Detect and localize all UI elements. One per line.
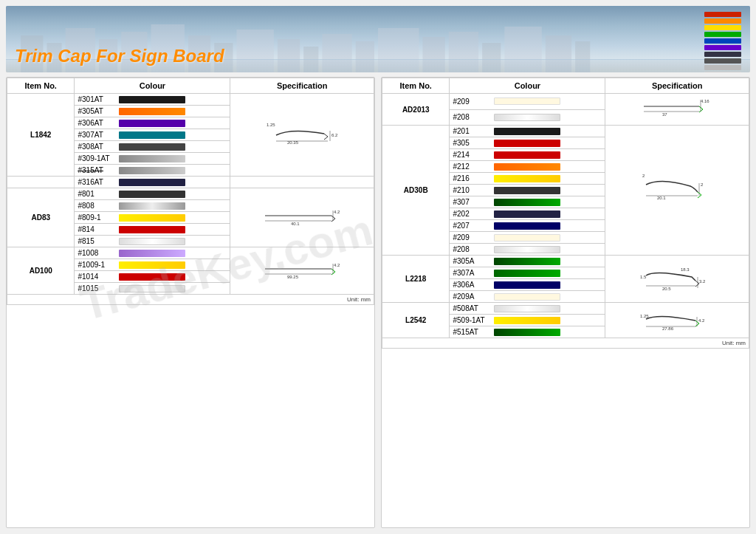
colour-cell: #309-1AT bbox=[75, 153, 230, 165]
colour-cell: #216 bbox=[450, 173, 605, 185]
svg-text:4.2: 4.2 bbox=[334, 210, 340, 214]
colour-cell: #208 bbox=[450, 109, 605, 126]
colour-cell: #306A bbox=[450, 279, 605, 291]
header-banner: Trim Cap For Sign Board bbox=[6, 6, 750, 72]
strip-white bbox=[704, 72, 741, 72]
item-L2218: L2218 bbox=[382, 256, 450, 303]
table-row: #316AT bbox=[7, 177, 374, 188]
strip-blue bbox=[704, 38, 741, 44]
table-row: AD83 #801 40.1 4.2 bbox=[7, 188, 374, 200]
svg-text:4.16: 4.16 bbox=[701, 99, 709, 103]
colour-cell: #207 bbox=[450, 220, 605, 232]
right-table: Item No. Colour Specification AD2013 #20… bbox=[382, 78, 749, 349]
spec-L2542: 27.86 1.25 4.2 bbox=[605, 303, 749, 338]
spec-diagram-AD100: 99.25 4.2 bbox=[261, 258, 343, 284]
colour-cell: #316AT bbox=[75, 177, 230, 188]
colour-cell: #1008 bbox=[75, 247, 230, 259]
strip-darkblue bbox=[704, 52, 741, 57]
colour-cell: #306AT bbox=[75, 117, 230, 129]
colour-cell: #315AT bbox=[75, 165, 230, 177]
left-col-colour: Colour bbox=[75, 78, 230, 94]
svg-text:1.25: 1.25 bbox=[267, 123, 275, 127]
unit-row-right: Unit: mm bbox=[382, 338, 749, 349]
strip-gray bbox=[704, 58, 741, 64]
svg-text:2: 2 bbox=[701, 182, 704, 187]
spec-diagram-L2542: 27.86 1.25 4.2 bbox=[640, 306, 714, 335]
table-row: AD30B #201 20.1 2 bbox=[382, 126, 749, 137]
colour-cell: #307 bbox=[450, 196, 605, 208]
spec-AD30B: 20.1 2 2 bbox=[605, 126, 749, 256]
page-wrapper: Trim Cap For Sign Board Item No. Colou bbox=[0, 0, 756, 534]
svg-text:2: 2 bbox=[642, 174, 645, 178]
table-row: L1842 #301AT 1.25 20.35 bbox=[7, 94, 374, 106]
item-AD2013: AD2013 bbox=[382, 94, 450, 126]
colour-cell: #801 bbox=[75, 188, 230, 200]
spec-diagram-AD2013: 37 4.16 bbox=[640, 95, 714, 123]
svg-text:37: 37 bbox=[662, 112, 667, 117]
colour-cell: #809-1 bbox=[75, 212, 230, 224]
colour-cell: #308AT bbox=[75, 141, 230, 153]
left-col-itemno: Item No. bbox=[7, 78, 75, 94]
strip-green bbox=[704, 32, 741, 37]
svg-text:4.2: 4.2 bbox=[698, 318, 705, 323]
spec-316AT bbox=[230, 177, 374, 188]
right-table-panel: Item No. Colour Specification AD2013 #20… bbox=[381, 77, 750, 528]
colour-cell: #301AT bbox=[75, 94, 230, 106]
colour-cell: #202 bbox=[450, 208, 605, 220]
content-area: Item No. Colour Specification L1842 #301… bbox=[6, 77, 750, 528]
strip-red bbox=[704, 12, 741, 17]
item-316AT bbox=[7, 177, 75, 188]
unit-label-right: Unit: mm bbox=[382, 338, 749, 349]
spec-L1842: 1.25 20.35 6.2 bbox=[230, 94, 374, 177]
item-AD30B: AD30B bbox=[382, 126, 450, 256]
colour-cell: #209 bbox=[450, 94, 605, 110]
color-strips-decoration bbox=[704, 12, 741, 72]
spec-diagram-AD30B: 20.1 2 2 bbox=[639, 170, 716, 210]
spec-L2218: 20.5 1.5 3.2 18.3 bbox=[605, 256, 749, 303]
left-col-spec: Specification bbox=[230, 78, 374, 94]
left-table-panel: Item No. Colour Specification L1842 #301… bbox=[6, 77, 375, 528]
right-col-spec: Specification bbox=[605, 78, 749, 94]
item-AD100: AD100 bbox=[7, 247, 75, 295]
colour-cell: #208 bbox=[450, 244, 605, 256]
colour-cell: #305AT bbox=[75, 106, 230, 117]
colour-cell: #212 bbox=[450, 161, 605, 173]
strip-purple bbox=[704, 45, 741, 50]
spec-AD2013: 37 4.16 bbox=[605, 94, 749, 126]
colour-cell: #307A bbox=[450, 267, 605, 279]
svg-text:27.86: 27.86 bbox=[662, 326, 674, 331]
colour-cell: #210 bbox=[450, 185, 605, 196]
svg-text:1.25: 1.25 bbox=[640, 314, 649, 318]
spec-diagram-L1842: 1.25 20.35 6.2 bbox=[265, 120, 339, 150]
left-table: Item No. Colour Specification L1842 #301… bbox=[7, 78, 374, 305]
svg-text:4.2: 4.2 bbox=[334, 263, 340, 267]
page-title: Trim Cap For Sign Board bbox=[15, 46, 224, 66]
colour-cell: #1014 bbox=[75, 271, 230, 283]
colour-cell: #1015 bbox=[75, 283, 230, 295]
right-col-colour: Colour bbox=[450, 78, 605, 94]
colour-cell: #508AT bbox=[450, 303, 605, 315]
colour-cell: #201 bbox=[450, 126, 605, 137]
table-row: L2542 #508AT 27.86 1.25 bbox=[382, 303, 749, 315]
item-L2542: L2542 bbox=[382, 303, 450, 338]
colour-cell: #808 bbox=[75, 200, 230, 212]
svg-text:20.5: 20.5 bbox=[662, 287, 671, 291]
colour-cell: #815 bbox=[75, 236, 230, 247]
colour-cell: #209A bbox=[450, 291, 605, 303]
table-row: AD2013 #209 37 4.16 bbox=[382, 94, 749, 110]
spec-AD83: 40.1 4.2 bbox=[230, 188, 374, 247]
svg-text:18.3: 18.3 bbox=[681, 267, 690, 272]
svg-text:20.1: 20.1 bbox=[657, 196, 666, 200]
table-row: AD100 #1008 99.25 4.2 bbox=[7, 247, 374, 259]
spec-AD100: 99.25 4.2 bbox=[230, 247, 374, 295]
colour-cell: #307AT bbox=[75, 129, 230, 141]
item-AD83: AD83 bbox=[7, 188, 75, 247]
spec-diagram-L2218: 20.5 1.5 3.2 18.3 bbox=[640, 262, 714, 295]
svg-text:1.5: 1.5 bbox=[640, 275, 647, 279]
strip-orange bbox=[704, 18, 741, 24]
colour-cell: #305A bbox=[450, 256, 605, 267]
svg-text:3.2: 3.2 bbox=[699, 279, 706, 284]
colour-cell: #209 bbox=[450, 232, 605, 244]
colour-cell: #515AT bbox=[450, 326, 605, 338]
colour-cell: #305 bbox=[450, 137, 605, 149]
